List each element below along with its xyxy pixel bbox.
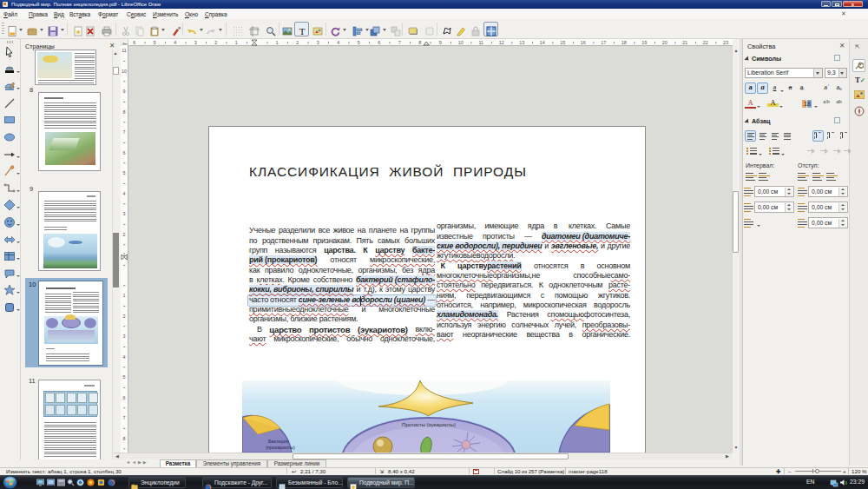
svg-text:10: 10 — [122, 69, 127, 74]
svg-text:16: 16 — [581, 40, 586, 45]
svg-text:4: 4 — [123, 191, 126, 196]
svg-text:8: 8 — [123, 109, 126, 115]
svg-text:6: 6 — [123, 395, 126, 400]
svg-text:3: 3 — [317, 40, 319, 45]
svg-text:Бактерии: Бактерии — [268, 439, 289, 444]
svg-text:2: 2 — [296, 40, 299, 45]
svg-text:23: 23 — [723, 40, 728, 45]
svg-text:3: 3 — [123, 334, 126, 339]
svg-text:4: 4 — [174, 40, 176, 45]
svg-text:2: 2 — [214, 40, 217, 45]
svg-text:2: 2 — [123, 314, 126, 319]
svg-text:II: II — [845, 480, 847, 486]
svg-text:5: 5 — [358, 40, 360, 45]
svg-text:8: 8 — [123, 436, 126, 441]
svg-text:13: 13 — [519, 40, 524, 45]
svg-text:1: 1 — [276, 40, 279, 45]
svg-text:2: 2 — [123, 232, 126, 237]
svg-text:Протисты (эукариоты): Протисты (эукариоты) — [402, 422, 456, 427]
svg-text:18: 18 — [621, 40, 627, 45]
svg-text:(прокариоты): (прокариоты) — [266, 445, 295, 450]
svg-text:6: 6 — [123, 150, 126, 155]
svg-text:T: T — [299, 26, 306, 36]
svg-text:20: 20 — [662, 40, 667, 45]
svg-text:3: 3 — [123, 211, 126, 216]
svg-text:3: 3 — [194, 40, 197, 45]
svg-text:8: 8 — [418, 40, 421, 45]
svg-text:4: 4 — [123, 354, 126, 360]
svg-text:6: 6 — [378, 40, 380, 45]
svg-text:1: 1 — [235, 40, 238, 45]
svg-text:7: 7 — [123, 129, 126, 135]
svg-text:10: 10 — [458, 40, 464, 45]
svg-text:7: 7 — [123, 415, 126, 420]
svg-text:18: 18 — [804, 101, 811, 107]
svg-text:4: 4 — [337, 40, 339, 45]
svg-text:1: 1 — [123, 293, 126, 298]
svg-text:9: 9 — [123, 89, 126, 94]
svg-text:22: 22 — [703, 40, 708, 45]
svg-text:9: 9 — [439, 40, 442, 45]
svg-text:6: 6 — [133, 40, 135, 45]
svg-text:11: 11 — [478, 40, 483, 45]
svg-text:19: 19 — [641, 40, 647, 45]
svg-text:5: 5 — [154, 40, 156, 45]
svg-text:17: 17 — [601, 40, 606, 45]
svg-text:21: 21 — [682, 40, 687, 45]
svg-text:5: 5 — [123, 170, 126, 175]
svg-text:15: 15 — [560, 40, 565, 45]
svg-text:5: 5 — [123, 374, 126, 380]
svg-text:11: 11 — [122, 48, 127, 53]
svg-text:7: 7 — [398, 40, 401, 45]
svg-text:12: 12 — [499, 40, 504, 45]
svg-text:14: 14 — [540, 40, 545, 45]
